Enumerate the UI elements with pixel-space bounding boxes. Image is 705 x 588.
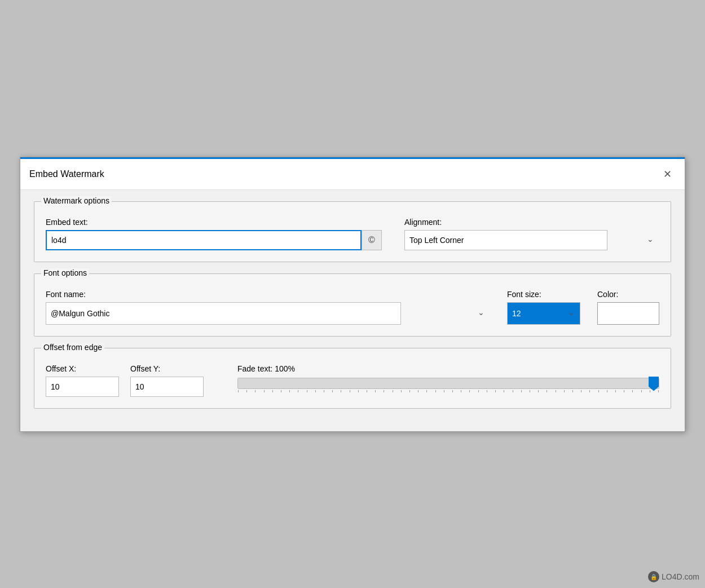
tick [650,390,650,392]
font-size-select[interactable]: 8 9 10 11 12 14 16 18 20 24 [507,302,580,325]
tick [452,390,453,392]
tick [324,390,324,392]
embed-text-group: Embed text: © [46,218,382,250]
tick [264,390,265,392]
tick [393,390,393,392]
tick [615,390,616,392]
font-size-group: Font size: 8 9 10 11 12 14 16 18 [507,290,580,325]
tick [607,390,607,392]
color-picker[interactable] [597,302,659,325]
watermark-section-label: Watermark options [41,196,112,205]
tick [547,390,547,392]
tick [332,390,333,392]
offset-section-label: Offset from edge [41,343,104,352]
tick [307,390,307,392]
font-name-label: Font name: [46,290,490,299]
alignment-label: Alignment: [404,218,659,227]
color-group: Color: [597,290,659,325]
tick [581,390,581,392]
font-name-group: Font name: @Malgun Gothic Arial Times Ne… [46,290,490,325]
slider-thumb[interactable] [649,377,659,391]
slider-ticks [237,390,659,392]
tick [530,390,530,392]
title-bar: Embed Watermark ✕ [20,157,685,190]
tick [556,390,556,392]
font-size-label: Font size: [507,290,580,299]
tick [384,390,384,392]
offset-y-input[interactable] [130,377,204,397]
tick [289,390,290,392]
tick [478,390,479,392]
tick [469,390,470,392]
tick [461,390,461,392]
lo4d-logo: 🔒 LO4D.com [648,571,699,582]
embed-text-label: Embed text: [46,218,382,227]
slider-fill [238,378,659,388]
offset-x-group: Offset X: [46,364,119,397]
tick [350,390,350,392]
tick [426,390,427,392]
tick [521,390,522,392]
tick [513,390,513,392]
fade-slider-container [237,378,659,392]
offset-y-group: Offset Y: [130,364,204,397]
offset-section: Offset from edge Offset X: Offset Y: [34,348,671,409]
dialog-title: Embed Watermark [29,169,104,179]
lo4d-icon: 🔒 [648,571,659,582]
tick [375,390,376,392]
tick [538,390,539,392]
tick [444,390,444,392]
lo4d-text: LO4D.com [662,572,699,581]
dialog-content: Watermark options Embed text: © Alignmen… [20,190,685,420]
tick [598,390,599,392]
tick [589,390,590,392]
tick [495,390,496,392]
tick [315,390,316,392]
tick [409,390,410,392]
alignment-select[interactable]: Top Left Corner Top Center Top Right Cor… [404,230,607,250]
tick [641,390,642,392]
font-options-section: Font options Font name: @Malgun Gothic A… [34,273,671,337]
slider-track [237,378,659,389]
tick [341,390,341,392]
color-label: Color: [597,290,659,299]
fade-label: Fade text: 100% [237,364,659,373]
tick [632,390,633,392]
tick [238,390,239,392]
tick [272,390,273,392]
footer: 🔒 LO4D.com [20,420,685,431]
tick [358,390,359,392]
tick [487,390,487,392]
tick [624,390,624,392]
tick [504,390,504,392]
tick [564,390,565,392]
tick [367,390,367,392]
tick [572,390,573,392]
copyright-button[interactable]: © [362,230,382,250]
font-name-select[interactable]: @Malgun Gothic Arial Times New Roman Cou… [46,302,401,325]
tick [401,390,402,392]
embed-text-input[interactable] [46,230,362,250]
close-button[interactable]: ✕ [659,166,676,183]
tick [658,390,659,392]
tick [246,390,247,392]
tick [281,390,281,392]
tick [435,390,436,392]
tick [255,390,255,392]
watermark-options-section: Watermark options Embed text: © Alignmen… [34,201,671,262]
offset-x-label: Offset X: [46,364,119,373]
tick [298,390,298,392]
offset-x-input[interactable] [46,377,119,397]
alignment-group: Alignment: Top Left Corner Top Center To… [404,218,659,250]
tick [418,390,418,392]
font-section-label: Font options [41,268,89,277]
offset-y-label: Offset Y: [130,364,204,373]
dialog-window: Embed Watermark ✕ Watermark options Embe… [20,157,685,432]
fade-group: Fade text: 100% [237,364,659,392]
